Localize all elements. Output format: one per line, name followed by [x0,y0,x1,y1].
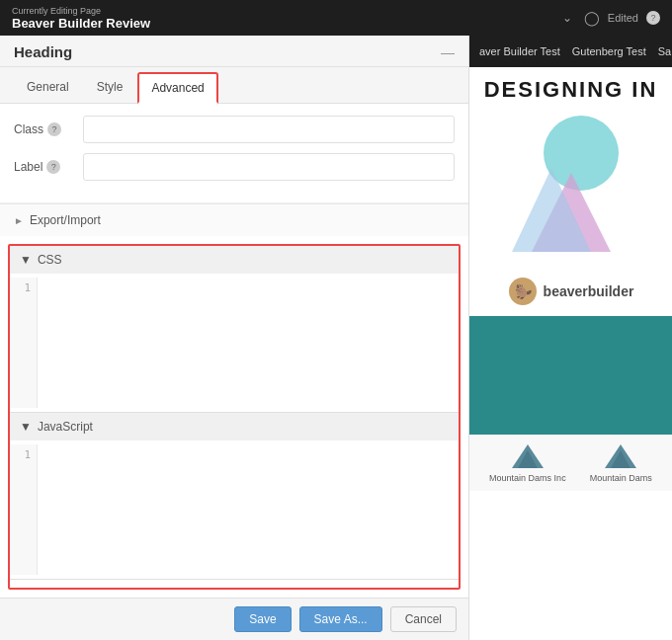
export-import-label: Export/Import [30,213,101,227]
bell-icon[interactable]: ◯ [584,10,600,26]
js-section-header[interactable]: ▼ JavaScript [10,413,459,440]
css-textarea[interactable] [38,278,459,408]
css-line-numbers: 1 [10,278,38,408]
mountain-logo-1: Mountain Dams Inc [489,442,566,483]
action-bar: Save Save As... Cancel [0,598,468,640]
js-section-label: JavaScript [38,420,93,434]
css-section: ▼ CSS 1 [10,246,459,413]
designing-in-heading: DESIGNING IN [483,77,658,103]
tab-bar: General Style Advanced [0,67,468,104]
mountain-icon-2 [603,442,638,470]
label-label: Label ? [14,160,73,174]
save-button[interactable]: Save [234,606,291,632]
css-section-header[interactable]: ▼ CSS [10,246,459,274]
js-textarea[interactable] [38,444,459,575]
form-section: Class ? Label ? [0,104,468,203]
chevron-down-icon[interactable]: ⌄ [562,11,572,25]
preview-nav-item-1[interactable]: aver Builder Test [479,45,560,57]
preview-nav: aver Builder Test Gutenberg Test Sample … [469,36,672,67]
top-bar-subtitle: Currently Editing Page [12,6,554,16]
preview-page-heading: DESIGNING IN [469,67,672,109]
label-input[interactable] [83,153,455,181]
minimize-icon[interactable]: ― [441,44,455,60]
tab-advanced[interactable]: Advanced [137,72,217,104]
preview-nav-item-2[interactable]: Gutenberg Test [572,45,646,57]
help-icon[interactable]: ? [646,11,660,25]
top-bar: Currently Editing Page Beaver Builder Re… [0,0,672,36]
mountain-logo-2: Mountain Dams [590,442,652,483]
main-area: Heading ― General Style Advanced Class ? [0,36,672,640]
chevron-right-icon: ► [14,215,24,226]
label-help-icon[interactable]: ? [46,160,60,174]
preview-content: DESIGNING IN 🦫 [469,67,672,640]
svg-text:🦫: 🦫 [514,283,532,300]
cancel-button[interactable]: Cancel [390,606,457,632]
beaver-builder-logo: 🦫 beaverbuilder [508,277,634,306]
css-editor: 1 [10,274,459,412]
preview-teal-section [469,316,672,435]
panel-title: Heading [14,43,72,60]
right-panel: aver Builder Test Gutenberg Test Sample … [469,36,672,640]
top-bar-title: Beaver Builder Review [12,16,554,31]
label-row: Label ? [14,153,455,181]
class-input[interactable] [83,116,455,143]
left-panel: Heading ― General Style Advanced Class ? [0,36,469,640]
export-import-header[interactable]: ► Export/Import [0,204,468,236]
css-section-label: CSS [38,253,62,267]
shapes-area [469,109,672,267]
js-editor: 1 [10,440,459,579]
panel-header: Heading ― [0,36,468,67]
js-line-numbers: 1 [10,444,38,575]
tab-style[interactable]: Style [84,72,136,104]
js-section: ▼ JavaScript 1 [10,413,459,580]
chevron-down-js-icon: ▼ [20,420,32,434]
export-import-section: ► Export/Import [0,203,468,236]
beaver-builder-text: beaverbuilder [544,283,634,299]
code-sections: ▼ CSS 1 ▼ JavaScript 1 [8,244,461,590]
beaver-icon: 🦫 [508,277,538,306]
mountain-logo-text-2: Mountain Dams [590,473,652,483]
class-row: Class ? [14,116,455,143]
class-label: Class ? [14,122,73,136]
edited-label: Edited [608,12,638,24]
chevron-down-css-icon: ▼ [20,253,32,267]
mountain-icon-1 [510,442,546,470]
beaver-builder-logo-area: 🦫 beaverbuilder [469,267,672,316]
tab-general[interactable]: General [14,72,82,104]
top-bar-left: Currently Editing Page Beaver Builder Re… [12,6,554,31]
preview-nav-item-3[interactable]: Sample Pa... [658,45,672,57]
save-as-button[interactable]: Save As... [299,606,382,632]
preview-footer: Mountain Dams Inc Mountain Dams [469,435,672,491]
geometric-shapes-svg [492,114,650,262]
mountain-logo-text-1: Mountain Dams Inc [489,473,566,483]
class-help-icon[interactable]: ? [47,122,61,136]
